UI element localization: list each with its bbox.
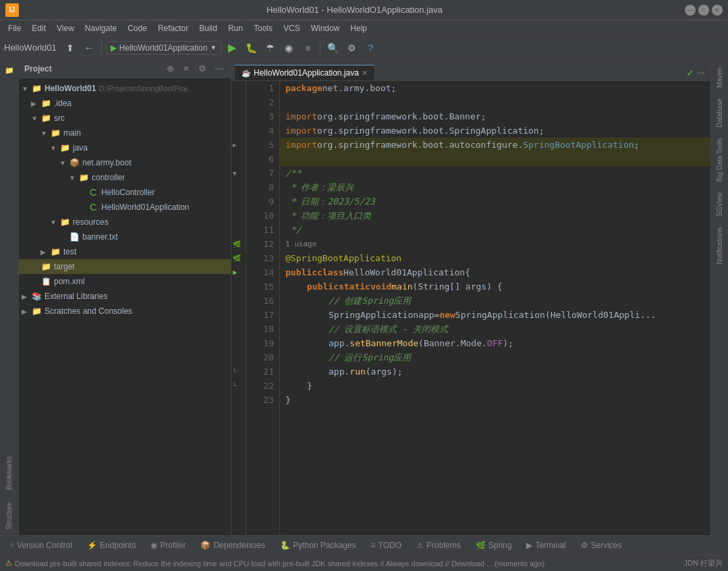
- tab-label: Profiler: [160, 541, 186, 550]
- pkg: org.springframework.boot.SpringApplicati…: [317, 124, 539, 138]
- run-config-dropdown[interactable]: ▶ HelloWorld01Application ▼: [106, 41, 221, 55]
- settings-btn[interactable]: ⚙: [196, 62, 209, 76]
- run-gutter-icon[interactable]: ▶: [233, 268, 237, 277]
- menu-item-edit[interactable]: Edit: [26, 22, 51, 34]
- tree-item-resources[interactable]: ▼ 📁 resources: [19, 215, 231, 229]
- tree-label: net.army.boot: [82, 158, 131, 167]
- collapse-btn[interactable]: ≡: [179, 62, 193, 76]
- tab-profiler[interactable]: ◉ Profiler: [144, 539, 192, 551]
- fold-marker-7[interactable]: ▼: [233, 170, 236, 177]
- close-button[interactable]: ✕: [712, 5, 723, 16]
- folder-target-icon: 📁: [40, 261, 51, 272]
- menu-item-help[interactable]: Help: [345, 22, 372, 34]
- kw: import: [285, 138, 317, 152]
- tab-spring[interactable]: 🌿 Spring: [469, 539, 519, 551]
- minimize-button[interactable]: —: [685, 5, 696, 16]
- comment: /**: [285, 166, 301, 180]
- menu-item-refactor[interactable]: Refactor: [152, 22, 194, 34]
- tree-item-java[interactable]: ▼ 📁 java: [19, 140, 231, 155]
- toolbar-back-btn[interactable]: ←: [81, 40, 97, 56]
- tab-python-packages[interactable]: 🐍 Python Packages: [273, 539, 362, 551]
- add-btn[interactable]: ⊕: [163, 62, 177, 76]
- gutter-23: [231, 393, 246, 407]
- tab-terminal[interactable]: ▶ Terminal: [520, 539, 572, 551]
- warning-icon: ⚠: [5, 559, 12, 568]
- code-line-19: // 运行Spring应用: [280, 350, 710, 364]
- tab-endpoints[interactable]: ⚡ Endpoints: [80, 539, 142, 551]
- database-label[interactable]: Database: [715, 93, 725, 133]
- tree-item-scratches[interactable]: ▶ 📁 Scratches and Consoles: [19, 304, 231, 319]
- debug-button[interactable]: 🐛: [243, 40, 259, 56]
- fold-marker-5[interactable]: ▶: [233, 142, 236, 148]
- comment: // 设置标语模式 - 关闭模式: [329, 322, 448, 336]
- tree-item-main[interactable]: ▼ 📁 main: [19, 126, 231, 140]
- tab-close-btn[interactable]: ✕: [362, 69, 368, 78]
- status-message: Download pre-built shared indexes: Reduc…: [15, 560, 544, 568]
- notifications-label[interactable]: Notifications: [715, 222, 725, 269]
- tab-dependencies[interactable]: 📦 Dependencies: [194, 539, 272, 551]
- search-button[interactable]: 🔍: [325, 40, 341, 56]
- toolbar-git-btn[interactable]: ⬆: [62, 40, 78, 56]
- tree-item-helloworldo1[interactable]: ▼ 📁 HelloWorld01 D:\Projects\SpringBootP…: [19, 81, 231, 96]
- method: setBannerMode: [349, 336, 418, 350]
- sgview-label[interactable]: SGView: [715, 187, 725, 222]
- tree-label: main: [63, 128, 81, 138]
- menu-item-vcs[interactable]: VCS: [278, 22, 306, 34]
- run-button[interactable]: ▶: [224, 40, 240, 56]
- semicolon: ;: [634, 138, 640, 152]
- code-line-13: public class HelloWorld01Application {: [280, 265, 710, 279]
- coverage-button[interactable]: ☂: [262, 40, 278, 56]
- maven-label[interactable]: Maven: [715, 62, 725, 93]
- tree-item-pom[interactable]: 📋 pom.xml: [19, 274, 231, 289]
- tree-item-banner[interactable]: 📄 banner.txt: [19, 229, 231, 244]
- tree-item-hellocontroller[interactable]: C HelloController: [19, 185, 231, 200]
- menu-item-build[interactable]: Build: [194, 22, 223, 34]
- code-editor[interactable]: ▶ ▼ 🌿 🌿 ▶: [231, 81, 710, 535]
- tree-item-test[interactable]: ▶ 📁 test: [19, 244, 231, 259]
- tree-item-idea[interactable]: ▶ 📁 .idea: [19, 96, 231, 111]
- project-panel-header: Project ⊕ ≡ ⚙ ⋯: [19, 59, 231, 78]
- help-button[interactable]: ?: [362, 40, 379, 56]
- tab-version-control[interactable]: ⑂ Version Control: [3, 539, 79, 551]
- project-name-label: HelloWorld01: [4, 43, 57, 53]
- gutter-17: [231, 308, 246, 322]
- tab-menu-btn[interactable]: ⋯: [694, 65, 708, 80]
- menu-item-run[interactable]: Run: [223, 22, 248, 34]
- menu-item-file[interactable]: File: [3, 22, 26, 34]
- java-file-icon: ☕: [242, 69, 251, 78]
- tab-services[interactable]: ⚙ Services: [574, 539, 629, 551]
- structure-label[interactable]: Structure: [4, 497, 14, 535]
- code-line-5: import org.springframework.boot.autoconf…: [280, 138, 710, 152]
- menu-item-code[interactable]: Code: [122, 22, 152, 34]
- menu-item-navigate[interactable]: Navigate: [80, 22, 122, 34]
- profile-button[interactable]: ◉: [281, 40, 297, 56]
- code-content[interactable]: package net.army.boot ; import org.sprin…: [280, 81, 710, 535]
- project-sidebar-btn[interactable]: 📁: [1, 62, 18, 78]
- more-btn[interactable]: ⋯: [212, 62, 225, 76]
- usage-label: 1 usage: [285, 237, 316, 251]
- tree-item-src[interactable]: ▼ 📁 src: [19, 111, 231, 126]
- stop-button[interactable]: ■: [300, 40, 316, 56]
- bookmarks-label[interactable]: Bookmarks: [4, 451, 14, 495]
- semicolon: ;: [391, 81, 397, 95]
- ln-23: 23: [246, 393, 274, 407]
- tree-item-package[interactable]: ▼ 📦 net.army.boot: [19, 155, 231, 170]
- menu-item-window[interactable]: Window: [306, 22, 345, 34]
- tab-problems[interactable]: ⚠ Problems: [410, 539, 468, 551]
- editor-tab-main[interactable]: ☕ HelloWorld01Application.java ✕: [234, 65, 375, 80]
- tab-todo[interactable]: ≡ TODO: [364, 539, 408, 551]
- tree-item-target[interactable]: 📁 target: [19, 259, 231, 274]
- tree-item-ext-libs[interactable]: ▶ 📚 External Libraries: [19, 289, 231, 304]
- settings-button[interactable]: ⚙: [343, 40, 360, 56]
- menu-item-tools[interactable]: Tools: [248, 22, 278, 34]
- tree-item-controller[interactable]: ▼ 📁 controller: [19, 170, 231, 185]
- bigdata-label[interactable]: Big Data Tools: [715, 133, 725, 187]
- tree-label: pom.xml: [54, 277, 84, 286]
- code-line-21: }: [280, 379, 710, 393]
- gutter-2: [231, 95, 246, 109]
- annotation-line: @SpringBootApplication: [285, 251, 401, 265]
- eq: =: [435, 308, 440, 322]
- menu-item-view[interactable]: View: [51, 22, 80, 34]
- tree-item-app[interactable]: C HelloWorld01Application: [19, 200, 231, 215]
- maximize-button[interactable]: □: [698, 5, 709, 16]
